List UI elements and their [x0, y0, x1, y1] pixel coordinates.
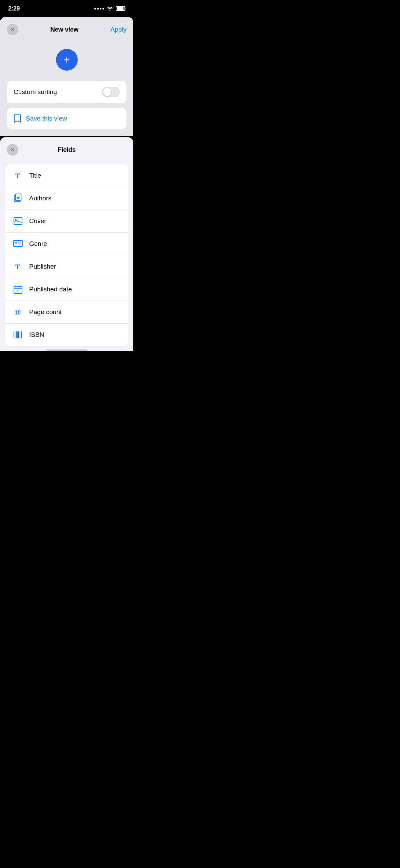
field-label-published-date: Published date	[29, 286, 72, 293]
svg-text:10: 10	[15, 310, 21, 315]
svg-rect-11	[18, 242, 21, 245]
wifi-icon	[107, 6, 113, 11]
field-row-genre[interactable]: Genre	[5, 233, 128, 255]
fields-sheet: × Fields T Title Auth	[0, 137, 133, 351]
fields-title: Fields	[58, 146, 76, 153]
svg-text:7: 7	[17, 289, 19, 293]
authors-icon	[12, 193, 24, 204]
svg-text:T: T	[15, 172, 20, 180]
field-label-page-count: Page count	[29, 308, 62, 316]
custom-sorting-toggle[interactable]	[102, 87, 120, 97]
status-time: 2:29	[8, 5, 20, 12]
svg-rect-20	[15, 331, 15, 338]
new-view-title: New view	[50, 26, 78, 33]
scroll-indicator	[46, 349, 87, 351]
field-row-published-date[interactable]: 7 Published date	[5, 278, 128, 301]
field-label-publisher: Publisher	[29, 263, 56, 270]
status-bar: 2:29	[0, 0, 133, 17]
title-icon: T	[12, 170, 24, 181]
field-label-authors: Authors	[29, 195, 51, 202]
add-field-button[interactable]: +	[56, 49, 78, 71]
svg-text:T: T	[15, 263, 20, 271]
bookmark-icon	[14, 114, 21, 123]
new-view-header: × New view Apply	[0, 17, 133, 39]
page-count-icon: 10	[12, 306, 24, 318]
publisher-icon: T	[12, 261, 24, 272]
toggle-thumb	[103, 88, 111, 96]
isbn-icon	[12, 329, 24, 341]
field-row-title[interactable]: T Title	[5, 164, 128, 187]
save-view-row[interactable]: Save this view	[7, 108, 127, 129]
new-view-sheet: × New view Apply + Custom sorting Save t…	[0, 17, 133, 136]
svg-rect-24	[20, 331, 20, 338]
svg-rect-19	[14, 331, 14, 338]
signal-icon	[94, 8, 104, 10]
field-label-genre: Genre	[29, 240, 47, 248]
custom-sorting-label: Custom sorting	[14, 88, 57, 96]
status-icons	[94, 6, 125, 11]
field-row-cover[interactable]: Cover	[5, 210, 128, 233]
plus-icon: +	[63, 54, 70, 65]
cover-icon	[12, 215, 24, 227]
svg-rect-22	[17, 331, 18, 338]
svg-rect-25	[21, 331, 22, 338]
svg-rect-23	[18, 331, 19, 338]
add-circle-area: +	[0, 39, 133, 81]
field-label-cover: Cover	[29, 217, 46, 225]
published-date-icon: 7	[12, 284, 24, 295]
field-label-title: Title	[29, 172, 41, 179]
field-label-isbn: ISBN	[29, 331, 44, 339]
custom-sorting-row: Custom sorting	[7, 81, 127, 103]
save-view-label: Save this view	[26, 115, 67, 122]
genre-icon	[12, 238, 24, 250]
svg-rect-21	[16, 331, 17, 338]
field-row-publisher[interactable]: T Publisher	[5, 255, 128, 278]
field-row-page-count[interactable]: 10 Page count	[5, 301, 128, 324]
battery-icon	[116, 6, 125, 11]
fields-close-button[interactable]: ×	[7, 144, 18, 156]
new-view-close-button[interactable]: ×	[7, 24, 18, 35]
field-row-authors[interactable]: Authors	[5, 187, 128, 210]
fields-list: T Title Authors	[5, 164, 128, 346]
fields-header: × Fields	[0, 137, 133, 159]
apply-button[interactable]: Apply	[110, 26, 127, 33]
field-row-isbn[interactable]: ISBN	[5, 324, 128, 346]
